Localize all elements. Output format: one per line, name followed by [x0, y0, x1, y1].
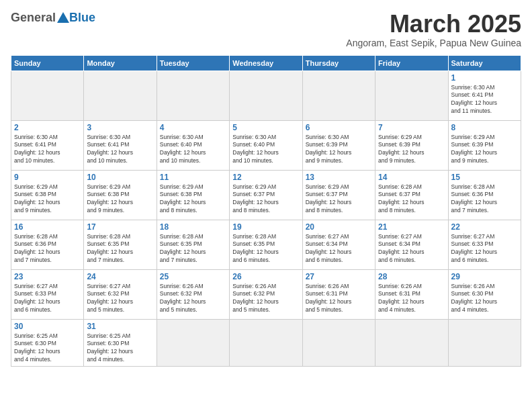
day-number-27: 27	[306, 272, 372, 281]
col-monday: Monday	[84, 55, 157, 71]
day-number-18: 18	[160, 222, 226, 232]
day-10: 10 Sunrise: 6:29 AM Sunset: 6:38 PM Dayl…	[84, 170, 157, 220]
day-info-27: Sunrise: 6:26 AM Sunset: 6:31 PM Dayligh…	[306, 283, 372, 315]
logo-triangle-icon	[57, 12, 69, 23]
day-number-12: 12	[232, 173, 299, 182]
day-info-16: Sunrise: 6:28 AM Sunset: 6:36 PM Dayligh…	[14, 233, 81, 265]
day-11: 11 Sunrise: 6:29 AM Sunset: 6:38 PM Dayl…	[157, 170, 229, 220]
title-block: March 2025 Angoram, East Sepik, Papua Ne…	[346, 11, 521, 48]
day-6: 6 Sunrise: 6:30 AM Sunset: 6:39 PM Dayli…	[302, 120, 375, 170]
day-number-5: 5	[232, 123, 299, 132]
day-number-19: 19	[232, 222, 299, 232]
empty-cell	[84, 71, 157, 120]
day-17: 17 Sunrise: 6:28 AM Sunset: 6:35 PM Dayl…	[84, 220, 157, 269]
col-thursday: Thursday	[302, 55, 375, 71]
day-number-20: 20	[306, 222, 372, 232]
day-number-8: 8	[451, 123, 518, 132]
day-1: 1 Sunrise: 6:30 AM Sunset: 6:41 PM Dayli…	[448, 71, 521, 120]
day-info-4: Sunrise: 6:30 AM Sunset: 6:40 PM Dayligh…	[160, 134, 226, 166]
calendar-header-row: Sunday Monday Tuesday Wednesday Thursday…	[11, 55, 521, 71]
day-info-18: Sunrise: 6:28 AM Sunset: 6:35 PM Dayligh…	[160, 233, 226, 265]
day-5: 5 Sunrise: 6:30 AM Sunset: 6:40 PM Dayli…	[230, 120, 302, 170]
subtitle: Angoram, East Sepik, Papua New Guinea	[346, 38, 521, 48]
logo-icon: General Blue	[11, 11, 95, 25]
day-7: 7 Sunrise: 6:29 AM Sunset: 6:39 PM Dayli…	[375, 120, 448, 170]
logo-blue-text: Blue	[69, 11, 95, 25]
empty-cell	[230, 71, 302, 120]
day-4: 4 Sunrise: 6:30 AM Sunset: 6:40 PM Dayli…	[157, 120, 229, 170]
day-number-9: 9	[14, 173, 81, 182]
day-info-12: Sunrise: 6:29 AM Sunset: 6:37 PM Dayligh…	[232, 183, 299, 216]
day-number-7: 7	[378, 123, 445, 132]
day-19: 19 Sunrise: 6:28 AM Sunset: 6:35 PM Dayl…	[230, 220, 302, 269]
day-29: 29 Sunrise: 6:26 AM Sunset: 6:30 PM Dayl…	[448, 269, 521, 319]
day-info-28: Sunrise: 6:26 AM Sunset: 6:31 PM Dayligh…	[378, 283, 445, 315]
day-number-1: 1	[451, 73, 518, 83]
day-info-5: Sunrise: 6:30 AM Sunset: 6:40 PM Dayligh…	[232, 134, 299, 166]
empty-cell	[157, 319, 229, 367]
day-number-11: 11	[160, 173, 226, 182]
header: General Blue March 2025 Angoram, East Se…	[11, 11, 521, 48]
day-12: 12 Sunrise: 6:29 AM Sunset: 6:37 PM Dayl…	[230, 170, 302, 220]
day-21: 21 Sunrise: 6:27 AM Sunset: 6:34 PM Dayl…	[375, 220, 448, 269]
day-info-1: Sunrise: 6:30 AM Sunset: 6:41 PM Dayligh…	[451, 84, 518, 116]
day-22: 22 Sunrise: 6:27 AM Sunset: 6:33 PM Dayl…	[448, 220, 521, 269]
calendar-row-5: 23 Sunrise: 6:27 AM Sunset: 6:33 PM Dayl…	[11, 269, 521, 319]
day-info-14: Sunrise: 6:28 AM Sunset: 6:37 PM Dayligh…	[378, 183, 445, 216]
day-number-23: 23	[14, 272, 81, 281]
day-info-3: Sunrise: 6:30 AM Sunset: 6:41 PM Dayligh…	[87, 134, 153, 166]
day-number-15: 15	[451, 173, 518, 182]
day-info-17: Sunrise: 6:28 AM Sunset: 6:35 PM Dayligh…	[87, 233, 153, 265]
day-15: 15 Sunrise: 6:28 AM Sunset: 6:36 PM Dayl…	[448, 170, 521, 220]
day-20: 20 Sunrise: 6:27 AM Sunset: 6:34 PM Dayl…	[302, 220, 375, 269]
day-info-23: Sunrise: 6:27 AM Sunset: 6:33 PM Dayligh…	[14, 283, 81, 315]
day-number-10: 10	[87, 173, 153, 182]
day-info-10: Sunrise: 6:29 AM Sunset: 6:38 PM Dayligh…	[87, 183, 153, 216]
day-info-30: Sunrise: 6:25 AM Sunset: 6:30 PM Dayligh…	[14, 332, 81, 365]
day-number-24: 24	[87, 272, 153, 281]
empty-cell	[302, 71, 375, 120]
day-info-7: Sunrise: 6:29 AM Sunset: 6:39 PM Dayligh…	[378, 134, 445, 166]
calendar-row-4: 16 Sunrise: 6:28 AM Sunset: 6:36 PM Dayl…	[11, 220, 521, 269]
empty-cell	[230, 319, 302, 367]
col-sunday: Sunday	[11, 55, 84, 71]
day-number-6: 6	[306, 123, 372, 132]
calendar-row-2: 2 Sunrise: 6:30 AM Sunset: 6:41 PM Dayli…	[11, 120, 521, 170]
day-info-31: Sunrise: 6:25 AM Sunset: 6:30 PM Dayligh…	[87, 332, 153, 365]
empty-cell	[157, 71, 229, 120]
calendar: Sunday Monday Tuesday Wednesday Thursday…	[11, 55, 521, 367]
day-info-6: Sunrise: 6:30 AM Sunset: 6:39 PM Dayligh…	[306, 134, 372, 166]
day-info-21: Sunrise: 6:27 AM Sunset: 6:34 PM Dayligh…	[378, 233, 445, 265]
day-info-25: Sunrise: 6:26 AM Sunset: 6:32 PM Dayligh…	[160, 283, 226, 315]
day-31: 31 Sunrise: 6:25 AM Sunset: 6:30 PM Dayl…	[84, 319, 157, 367]
empty-cell	[448, 319, 521, 367]
day-info-2: Sunrise: 6:30 AM Sunset: 6:41 PM Dayligh…	[14, 134, 81, 166]
logo: General Blue	[11, 11, 95, 25]
day-number-28: 28	[378, 272, 445, 281]
day-number-13: 13	[306, 173, 372, 182]
day-28: 28 Sunrise: 6:26 AM Sunset: 6:31 PM Dayl…	[375, 269, 448, 319]
day-number-17: 17	[87, 222, 153, 232]
day-13: 13 Sunrise: 6:29 AM Sunset: 6:37 PM Dayl…	[302, 170, 375, 220]
day-info-26: Sunrise: 6:26 AM Sunset: 6:32 PM Dayligh…	[232, 283, 299, 315]
calendar-row-1: 1 Sunrise: 6:30 AM Sunset: 6:41 PM Dayli…	[11, 71, 521, 120]
day-30: 30 Sunrise: 6:25 AM Sunset: 6:30 PM Dayl…	[11, 319, 84, 367]
month-title: March 2025	[346, 11, 521, 38]
day-9: 9 Sunrise: 6:29 AM Sunset: 6:38 PM Dayli…	[11, 170, 84, 220]
day-info-13: Sunrise: 6:29 AM Sunset: 6:37 PM Dayligh…	[306, 183, 372, 216]
day-18: 18 Sunrise: 6:28 AM Sunset: 6:35 PM Dayl…	[157, 220, 229, 269]
day-number-29: 29	[451, 272, 518, 281]
day-info-8: Sunrise: 6:29 AM Sunset: 6:39 PM Dayligh…	[451, 134, 518, 166]
day-info-11: Sunrise: 6:29 AM Sunset: 6:38 PM Dayligh…	[160, 183, 226, 216]
day-8: 8 Sunrise: 6:29 AM Sunset: 6:39 PM Dayli…	[448, 120, 521, 170]
empty-cell	[375, 319, 448, 367]
day-number-25: 25	[160, 272, 226, 281]
day-info-15: Sunrise: 6:28 AM Sunset: 6:36 PM Dayligh…	[451, 183, 518, 216]
empty-cell	[11, 71, 84, 120]
day-info-19: Sunrise: 6:28 AM Sunset: 6:35 PM Dayligh…	[232, 233, 299, 265]
day-number-30: 30	[14, 322, 81, 331]
day-27: 27 Sunrise: 6:26 AM Sunset: 6:31 PM Dayl…	[302, 269, 375, 319]
day-number-4: 4	[160, 123, 226, 132]
day-info-29: Sunrise: 6:26 AM Sunset: 6:30 PM Dayligh…	[451, 283, 518, 315]
day-info-9: Sunrise: 6:29 AM Sunset: 6:38 PM Dayligh…	[14, 183, 81, 216]
